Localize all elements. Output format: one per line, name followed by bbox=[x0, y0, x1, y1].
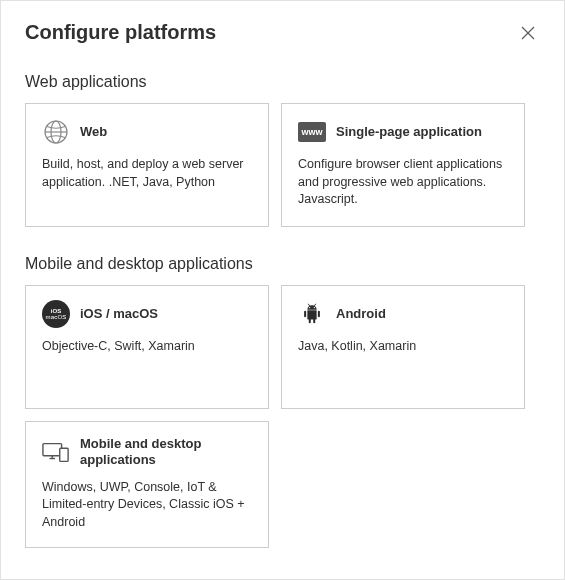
card-row: Mobile and desktop applications Windows,… bbox=[25, 421, 540, 548]
platform-card-web[interactable]: Web Build, host, and deploy a web server… bbox=[25, 103, 269, 227]
close-button[interactable] bbox=[516, 21, 540, 45]
svg-line-8 bbox=[314, 304, 315, 306]
panel-title: Configure platforms bbox=[25, 21, 216, 44]
svg-line-7 bbox=[308, 304, 309, 306]
card-head: Mobile and desktop applications bbox=[42, 436, 252, 469]
card-title: Single-page application bbox=[336, 124, 482, 140]
card-description: Objective-C, Swift, Xamarin bbox=[42, 338, 252, 356]
card-head: Web bbox=[42, 118, 252, 146]
section-heading: Mobile and desktop applications bbox=[25, 255, 540, 273]
card-description: Build, host, and deploy a web server app… bbox=[42, 156, 252, 191]
card-title: iOS / macOS bbox=[80, 306, 158, 322]
card-head: www Single-page application bbox=[298, 118, 508, 146]
platform-card-spa[interactable]: www Single-page application Configure br… bbox=[281, 103, 525, 227]
platform-card-ios-macos[interactable]: iOS macOS iOS / macOS Objective-C, Swift… bbox=[25, 285, 269, 409]
card-description: Java, Kotlin, Xamarin bbox=[298, 338, 508, 356]
svg-rect-13 bbox=[43, 444, 62, 456]
panel-header: Configure platforms bbox=[25, 21, 540, 45]
svg-point-6 bbox=[314, 307, 315, 308]
card-title: Mobile and desktop applications bbox=[80, 436, 252, 469]
svg-rect-10 bbox=[318, 311, 320, 318]
card-title: Android bbox=[336, 306, 386, 322]
card-description: Configure browser client applications an… bbox=[298, 156, 508, 209]
svg-rect-9 bbox=[304, 311, 306, 318]
www-browser-icon: www bbox=[298, 118, 326, 146]
android-icon bbox=[298, 300, 326, 328]
card-description: Windows, UWP, Console, IoT & Limited-ent… bbox=[42, 479, 252, 532]
platform-card-mobile-desktop[interactable]: Mobile and desktop applications Windows,… bbox=[25, 421, 269, 548]
svg-point-5 bbox=[309, 307, 310, 308]
card-head: Android bbox=[298, 300, 508, 328]
section-web-applications: Web applications Web Build, host, and de… bbox=[25, 73, 540, 227]
svg-rect-16 bbox=[60, 449, 68, 462]
close-icon bbox=[521, 26, 535, 40]
svg-rect-12 bbox=[313, 319, 315, 324]
devices-icon bbox=[42, 438, 70, 466]
platform-card-android[interactable]: Android Java, Kotlin, Xamarin bbox=[281, 285, 525, 409]
card-head: iOS macOS iOS / macOS bbox=[42, 300, 252, 328]
card-row: iOS macOS iOS / macOS Objective-C, Swift… bbox=[25, 285, 540, 409]
globe-icon bbox=[42, 118, 70, 146]
section-mobile-desktop-applications: Mobile and desktop applications iOS macO… bbox=[25, 255, 540, 548]
card-title: Web bbox=[80, 124, 107, 140]
card-row: Web Build, host, and deploy a web server… bbox=[25, 103, 540, 227]
section-heading: Web applications bbox=[25, 73, 540, 91]
svg-rect-11 bbox=[309, 319, 311, 324]
apple-ios-macos-icon: iOS macOS bbox=[42, 300, 70, 328]
